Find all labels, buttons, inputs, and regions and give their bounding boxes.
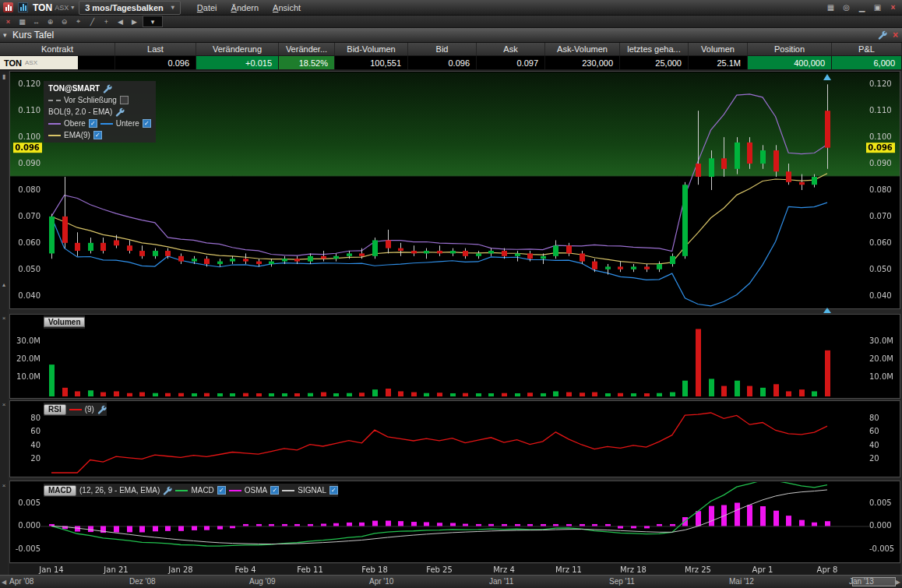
collapse-caret-icon[interactable]: ▾	[3, 31, 7, 39]
menu-item[interactable]: Ändern	[226, 3, 264, 12]
volume-legend: Volumen	[44, 315, 85, 329]
settings-wrench-icon[interactable]	[163, 486, 172, 495]
settings-wrench-icon[interactable]	[115, 107, 125, 117]
settings-wrench-icon[interactable]	[103, 84, 112, 93]
collapse-panel-icon[interactable]: ▴	[0, 281, 8, 289]
minimize-icon[interactable]: ▁	[856, 2, 868, 13]
price-chart-canvas[interactable]	[8, 71, 902, 575]
menu-item[interactable]: Datei	[192, 3, 223, 12]
contract-cell[interactable]: TONASX	[0, 56, 78, 69]
scroll-right-icon[interactable]: ▶	[129, 16, 140, 26]
timeline-date-label: Apr '10	[369, 577, 393, 586]
signal-line-sample	[282, 490, 294, 491]
macd-panel-label[interactable]: MACD	[44, 485, 76, 496]
cell-last-trade-size[interactable]: 25,000	[620, 56, 689, 69]
rsi-param-label: (9)	[85, 403, 94, 415]
osma-checkbox[interactable]: ✓	[270, 486, 279, 495]
timeframe-dropdown[interactable]: 3 mos/Tagesbalken ▾	[79, 1, 181, 15]
restore-icon[interactable]: ▣	[872, 2, 883, 13]
panel-header[interactable]: ▾ Kurs Tafel ×	[0, 28, 902, 43]
close-volume-panel-icon[interactable]: ×	[0, 315, 8, 322]
quote-table-row[interactable]: TONASX0.096+0.01518.52%100,5510.0960.097…	[0, 56, 902, 69]
cell-volume[interactable]: 25.1M	[689, 56, 748, 69]
column-header[interactable]: Ask	[477, 43, 545, 55]
grid-layout-icon[interactable]: ▦	[16, 16, 28, 26]
panel-chart-icon[interactable]: ▮	[0, 73, 8, 81]
timeline-date-label: Jan '11	[489, 577, 513, 586]
layout-icon[interactable]: ▦	[825, 2, 837, 13]
zoom-in-icon[interactable]: ⊕	[44, 16, 56, 26]
rsi-panel-label[interactable]: RSI	[44, 404, 66, 415]
timeline-date-label: Dez '08	[129, 577, 156, 586]
macd-param-label: (12, 26, 9 - EMA, EMA)	[79, 484, 160, 496]
close-rsi-panel-icon[interactable]: ×	[0, 401, 8, 409]
exchange-label: ASX	[55, 4, 69, 12]
column-header[interactable]: Ask-Volumen	[545, 43, 620, 55]
zoom-out-icon[interactable]: ⊖	[58, 16, 70, 26]
column-header[interactable]: P&L	[832, 43, 902, 55]
close-macd-panel-icon[interactable]: ×	[0, 482, 8, 490]
menu-item[interactable]: Ansicht	[267, 3, 306, 12]
ema-line-sample	[48, 135, 61, 136]
chart-tools-dropdown[interactable]: ▾	[143, 16, 163, 27]
add-annotation-icon[interactable]: +	[100, 16, 112, 26]
contract-symbol: TON	[4, 58, 22, 68]
chart-type-icon[interactable]	[18, 2, 28, 12]
lower-band-label: Untere	[116, 118, 139, 129]
ema-checkbox[interactable]: ✓	[93, 131, 102, 139]
scroll-left-arrow[interactable]: ◀	[2, 579, 6, 586]
lower-band-checkbox[interactable]: ✓	[143, 119, 151, 128]
scroll-left-icon[interactable]: ◀	[115, 16, 126, 26]
symbol-selector[interactable]: TON ASX ▾	[33, 2, 74, 13]
cell-ask-volume[interactable]: 230,000	[545, 56, 620, 69]
window-controls: ▦◎▁▣×	[825, 2, 899, 13]
upper-band-checkbox[interactable]: ✓	[89, 119, 97, 128]
column-header[interactable]: letztes geha...	[620, 43, 689, 55]
legend-symbol-label: TON@SMART	[48, 83, 100, 94]
cell-bid[interactable]: 0.096	[408, 56, 477, 69]
cell-pnl[interactable]: 6,000	[832, 56, 902, 69]
close-panel-icon[interactable]: ×	[893, 30, 898, 40]
cell-bid-volume[interactable]: 100,551	[335, 56, 408, 69]
close-window-icon[interactable]: ×	[887, 2, 899, 13]
column-header[interactable]: Bid-Volumen	[335, 43, 408, 55]
cell-change[interactable]: +0.015	[196, 56, 279, 69]
settings-wrench-icon[interactable]	[97, 405, 107, 414]
close-chart-icon[interactable]: ×	[2, 16, 14, 26]
cell-ask[interactable]: 0.097	[477, 56, 545, 69]
prev-close-label: Vor Schließung	[64, 94, 117, 106]
column-header[interactable]: Last	[115, 43, 196, 55]
prev-close-line-sample	[48, 100, 61, 101]
column-header[interactable]: Veränderung	[196, 43, 279, 55]
macd-line-sample	[175, 490, 188, 491]
column-header[interactable]: Volumen	[689, 43, 748, 55]
signal-checkbox[interactable]: ✓	[329, 486, 338, 495]
title-bar[interactable]: TON ASX ▾ 3 mos/Tagesbalken ▾ DateiÄnder…	[0, 0, 902, 16]
cell-position[interactable]: 400,000	[748, 56, 832, 69]
trendline-icon[interactable]: ╱	[86, 16, 98, 26]
prev-close-checkbox[interactable]	[120, 96, 129, 104]
history-scrollbar[interactable]: ◀ ▶ Apr '08Dez '08Aug '09Apr '10Jan '11S…	[0, 575, 902, 588]
settings-wrench-icon[interactable]	[878, 30, 887, 40]
timeline-date-label: Jan '13	[849, 577, 874, 586]
pan-icon[interactable]: ↔	[30, 16, 42, 26]
cell-contract[interactable]: TONASX	[0, 56, 115, 69]
scroll-right-arrow[interactable]: ▶	[896, 579, 900, 586]
crosshair-icon[interactable]: ⌖	[72, 16, 84, 26]
column-header[interactable]: Position	[748, 43, 832, 55]
column-header[interactable]: Veränder...	[279, 43, 335, 55]
bollinger-label: BOL(9, 2.0 - EMA)	[48, 106, 112, 118]
macd-checkbox[interactable]: ✓	[217, 486, 226, 495]
cell-last[interactable]: 0.096	[115, 56, 196, 69]
volume-panel-label[interactable]: Volumen	[44, 317, 85, 327]
column-header[interactable]: Bid	[408, 43, 477, 55]
app-icon	[3, 2, 13, 12]
pin-icon[interactable]: ◎	[840, 2, 852, 13]
timeline-date-label: Apr '08	[9, 577, 33, 586]
osma-label: OSMA	[245, 484, 267, 496]
quote-table-header: KontraktLastVeränderungVeränder...Bid-Vo…	[0, 43, 902, 56]
cell-change-pct[interactable]: 18.52%	[279, 56, 335, 69]
column-header[interactable]: Kontrakt	[0, 43, 115, 55]
signal-label: SIGNAL	[298, 484, 326, 496]
timeline-date-label: Mai '12	[729, 577, 754, 586]
